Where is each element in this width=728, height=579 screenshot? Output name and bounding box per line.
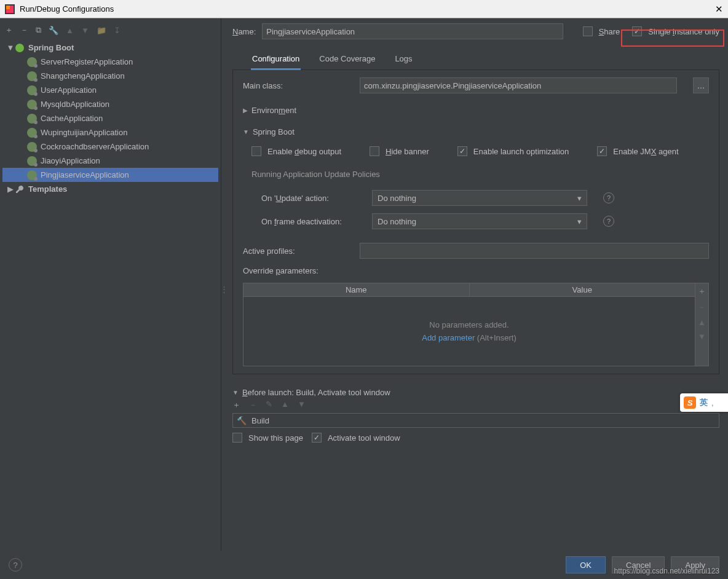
tab-logs[interactable]: Logs <box>394 49 413 69</box>
main-class-label: Main class: <box>243 81 347 90</box>
add-icon[interactable]: ＋ <box>232 400 240 411</box>
config-tree: ▼ Spring Boot ServerRegisterApplication … <box>2 41 218 547</box>
chevron-right-icon: ▶ <box>6 184 15 194</box>
activate-tool-window-checkbox[interactable]: Activate tool window <box>312 433 400 443</box>
share-checkbox[interactable]: Share <box>583 26 620 36</box>
tree-item[interactable]: JiaoyiApplication <box>2 154 218 168</box>
spring-run-icon <box>27 170 37 180</box>
params-header: Name Value <box>243 283 695 297</box>
spring-run-icon <box>27 71 37 81</box>
tree-item[interactable]: ServerRegisterApplication <box>2 55 218 69</box>
hide-banner-checkbox[interactable]: Hide banner <box>370 146 429 156</box>
before-launch-section[interactable]: ▼Before launch: Build, Activate tool win… <box>232 388 719 397</box>
browse-main-class-button[interactable]: … <box>693 77 709 93</box>
ok-button[interactable]: OK <box>566 556 606 573</box>
override-params-label: Override parameters: <box>243 266 709 275</box>
tree-item[interactable]: CockroachdbserverApplication <box>2 140 218 154</box>
spring-run-icon <box>27 128 37 138</box>
spring-run-icon <box>27 85 37 95</box>
spring-icon <box>15 43 25 53</box>
ime-badge: S 英 , <box>680 393 728 412</box>
sidebar-toolbar: ＋ － ⧉ 🔧 ▲ ▼ 📁 ↧ <box>2 22 218 41</box>
on-update-label: On 'Update' action: <box>261 194 360 203</box>
springboot-section[interactable]: ▼Spring Boot <box>243 127 709 136</box>
tree-item-selected[interactable]: PingjiaserviceApplication <box>2 168 218 182</box>
col-name: Name <box>243 283 470 296</box>
tree-templates[interactable]: ▶ Templates <box>2 182 218 196</box>
tree-item[interactable]: WupingtuijianApplication <box>2 125 218 140</box>
help-icon[interactable]: ? <box>603 216 614 227</box>
help-icon[interactable]: ? <box>603 192 614 203</box>
sogou-icon: S <box>684 396 696 409</box>
up-icon[interactable]: ▲ <box>66 26 74 35</box>
window-title: Run/Debug Configurations <box>20 4 114 14</box>
spring-run-icon <box>27 156 37 166</box>
on-update-select[interactable]: Do nothing▾ <box>372 190 587 206</box>
enable-launch-opt-checkbox[interactable]: Enable launch optimization <box>457 146 569 156</box>
chevron-down-icon: ▾ <box>577 194 582 203</box>
tree-item[interactable]: UserApplication <box>2 83 218 97</box>
on-frame-select[interactable]: Do nothing▾ <box>372 213 587 229</box>
col-value: Value <box>470 283 695 296</box>
chevron-right-icon: ▶ <box>243 107 248 114</box>
down-icon[interactable]: ▼ <box>81 26 89 35</box>
tree-item[interactable]: ShangchengApplication <box>2 69 218 83</box>
tabs: Configuration Code Coverage Logs <box>232 49 719 70</box>
spring-run-icon <box>27 100 37 109</box>
active-profiles-input[interactable] <box>360 243 709 259</box>
add-parameter-hint: (Alt+Insert) <box>477 333 516 342</box>
environment-section[interactable]: ▶Environment <box>243 106 709 115</box>
sort-icon[interactable]: ↧ <box>114 26 121 35</box>
remove-icon[interactable]: － <box>249 400 257 411</box>
tree-item[interactable]: MysqldbApplication <box>2 97 218 111</box>
params-side-toolbar: ＋ － ▲ ▼ <box>695 283 708 366</box>
add-icon[interactable]: ＋ <box>698 286 706 297</box>
remove-icon[interactable]: － <box>698 302 706 313</box>
name-label: Name: <box>232 27 256 36</box>
params-empty-text: No parameters added. <box>429 320 508 329</box>
show-this-page-checkbox[interactable]: Show this page <box>232 433 303 443</box>
down-icon[interactable]: ▼ <box>698 332 706 341</box>
up-icon[interactable]: ▲ <box>698 318 706 327</box>
copy-icon[interactable]: ⧉ <box>36 25 41 35</box>
policies-label: Running Application Update Policies <box>251 170 709 179</box>
tab-configuration[interactable]: Configuration <box>251 49 301 70</box>
wrench-icon <box>15 184 25 194</box>
chevron-down-icon: ▼ <box>6 43 15 52</box>
tree-item[interactable]: CacheApplication <box>2 111 218 125</box>
tab-code-coverage[interactable]: Code Coverage <box>318 49 376 69</box>
spring-run-icon <box>27 57 37 67</box>
form-area: Main class: … ▶Environment ▼Spring Boot … <box>232 70 719 374</box>
single-instance-checkbox[interactable]: Single instance only <box>632 26 719 36</box>
folder-icon[interactable]: 📁 <box>97 26 106 35</box>
chevron-down-icon: ▼ <box>243 128 249 135</box>
down-icon[interactable]: ▼ <box>298 400 306 411</box>
spring-run-icon <box>27 114 37 124</box>
before-launch-toolbar: ＋ － ✎ ▲ ▼ <box>232 397 719 413</box>
up-icon[interactable]: ▲ <box>281 400 289 411</box>
edit-icon[interactable]: ✎ <box>266 400 272 411</box>
chevron-down-icon: ▼ <box>232 389 239 396</box>
close-icon[interactable]: ✕ <box>715 4 723 15</box>
add-parameter-link[interactable]: Add parameter <box>422 333 475 342</box>
name-input[interactable] <box>262 23 563 39</box>
enable-debug-checkbox[interactable]: Enable debug output <box>251 146 341 156</box>
ime-mode: 英 <box>700 397 708 408</box>
svg-point-3 <box>15 44 24 52</box>
watermark: https://blog.csdn.net/xielinrui123 <box>614 567 719 575</box>
enable-jmx-checkbox[interactable]: Enable JMX agent <box>597 146 678 156</box>
on-frame-label: On frame deactivation: <box>261 217 360 226</box>
remove-icon[interactable]: － <box>20 25 28 36</box>
titlebar: Run/Debug Configurations ✕ <box>0 0 728 18</box>
main-class-input[interactable] <box>360 77 677 93</box>
sidebar: ＋ － ⧉ 🔧 ▲ ▼ 📁 ↧ ▼ Spring Boot ServerRegi… <box>0 18 221 551</box>
params-table: Name Value No parameters added. Add para… <box>243 283 709 366</box>
tree-spring-boot[interactable]: ▼ Spring Boot <box>2 41 218 55</box>
before-launch-list[interactable]: 🔨 Build <box>232 413 719 428</box>
help-button[interactable]: ? <box>9 558 22 572</box>
chevron-down-icon: ▾ <box>577 217 582 226</box>
svg-rect-2 <box>6 6 10 9</box>
wrench-icon[interactable]: 🔧 <box>49 26 58 35</box>
add-icon[interactable]: ＋ <box>5 25 13 36</box>
build-item-label: Build <box>251 416 269 425</box>
